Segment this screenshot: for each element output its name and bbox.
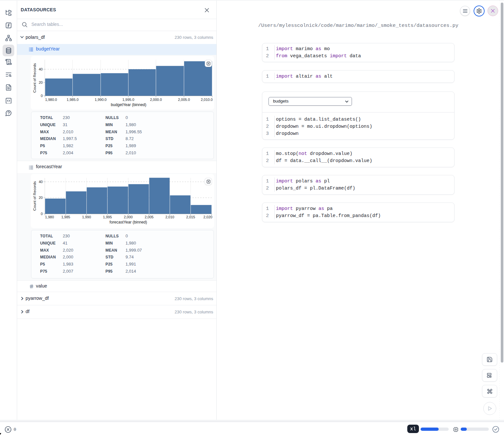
svg-text:Count of Records: Count of Records [32,63,37,92]
svg-text:2,000: 2,000 [124,215,133,219]
svg-text:2,010.0: 2,010.0 [201,98,213,102]
svg-text:1,980.0: 1,980.0 [45,98,57,102]
svg-text:0: 0 [41,212,43,216]
svg-text:1,985.0: 1,985.0 [67,98,79,102]
svg-text:40: 40 [39,180,43,184]
svg-text:20: 20 [39,81,43,84]
svg-text:forecastYear (binned): forecastYear (binned) [110,220,147,224]
svg-text:budgetYear (binned): budgetYear (binned) [111,103,146,107]
svg-text:2,010: 2,010 [165,215,174,219]
svg-text:1,990.0: 1,990.0 [95,98,107,102]
svg-text:Count of Records: Count of Records [32,181,37,211]
svg-text:1,995: 1,995 [103,215,112,219]
svg-text:2,005: 2,005 [145,215,154,219]
svg-text:2,005.0: 2,005.0 [178,98,190,102]
svg-text:2,020: 2,020 [203,215,213,219]
svg-text:20: 20 [39,196,43,200]
svg-text:1,980: 1,980 [45,215,54,219]
svg-text:40: 40 [39,67,43,71]
svg-text:2,000.0: 2,000.0 [150,98,162,102]
svg-text:1,990: 1,990 [82,215,91,219]
svg-text:1,995.0: 1,995.0 [122,98,134,102]
svg-text:1,985: 1,985 [61,215,70,219]
svg-text:0: 0 [41,94,43,98]
svg-text:2,015: 2,015 [186,215,195,219]
